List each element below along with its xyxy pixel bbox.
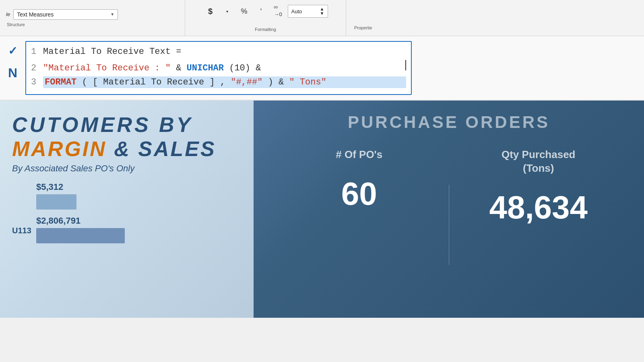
decimal-increase-icon: ⁰⁰→0 (274, 5, 282, 17)
formula-editor-area: ✓ N 1 Material To Receive Text = 2 "Mate… (0, 36, 644, 101)
line3-paren-open: ( (82, 77, 87, 87)
formatting-section-label: Formatting (193, 27, 338, 32)
po-columns: # Of PO's 60 Qty Purchased(Tons) 48,634 (270, 144, 628, 306)
bar1 (36, 194, 76, 210)
formula-confirm-button[interactable]: ✓ (8, 44, 17, 58)
dollar-dropdown-button[interactable]: ▾ (220, 4, 235, 19)
bar1-container (36, 194, 125, 210)
purchase-orders-title: PURCHASE ORDERS (270, 113, 628, 132)
formula-line-3-content: FORMAT ( [ Material To Receive ] , "#,##… (43, 76, 406, 88)
properties-section-label: Propertie (354, 25, 636, 30)
bar1-value: $5,312 (36, 182, 125, 192)
formula-cancel-button[interactable]: N (8, 66, 17, 80)
format-buttons-group: $ ▾ % ' ⁰⁰→0 Auto ▲▼ (193, 4, 338, 19)
line3-material-text: Material To Receive (103, 77, 204, 87)
percent-format-button[interactable]: % (237, 4, 252, 19)
dollar-icon: $ (208, 7, 213, 16)
toolbar-right-section: Propertie (346, 0, 644, 36)
line3-tons-string: " Tons" (289, 77, 326, 87)
auto-format-arrows-icon: ▲▼ (320, 7, 324, 16)
po-col1-value: 60 (341, 178, 377, 210)
customers-title-line2: MARGIN & SALES (12, 137, 242, 161)
dollar-format-button[interactable]: $ (203, 4, 218, 19)
formula-line-3: 3 FORMAT ( [ Material To Receive ] , "#,… (31, 75, 406, 90)
line2-amp1: & (176, 63, 186, 73)
po-col2-label: Qty Purchased(Tons) (502, 148, 576, 175)
dropdown-arrow-icon: ▼ (110, 12, 114, 16)
structure-dropdown-container: le Text Measures ▼ (6, 9, 179, 20)
po-col-1: # Of PO's 60 (270, 144, 449, 214)
line3-comma: , (220, 77, 225, 87)
bar2 (36, 228, 125, 243)
bar2-value: $2,806,791 (36, 216, 125, 226)
chart-bars: $5,312 $2,806,791 (36, 182, 125, 243)
dropdown-selected-value: Text Measures (17, 11, 54, 18)
percent-icon: % (241, 7, 247, 16)
line3-paren-close: ) (268, 77, 273, 87)
line-number-2: 2 (31, 63, 43, 73)
line3-format-func: FORMAT (45, 77, 76, 87)
purchase-orders-panel: PURCHASE ORDERS # Of PO's 60 Qty Purchas… (254, 101, 644, 318)
auto-format-value: Auto (291, 8, 302, 14)
line3-amp2: & (279, 77, 289, 87)
line2-string1: "Material To Receive : " (43, 63, 171, 73)
line1-text: Material To Receive Text = (43, 47, 181, 57)
formula-editor-box[interactable]: 1 Material To Receive Text = 2 "Material… (25, 41, 412, 95)
line2-unichar: UNICHAR (187, 63, 224, 73)
decimal-increase-button[interactable]: ⁰⁰→0 (271, 4, 285, 19)
structure-section-label: Structure (6, 22, 179, 27)
formula-controls: ✓ N (0, 41, 25, 95)
toolbar: le Text Measures ▼ Structure $ ▾ % ' ⁰⁰→… (0, 0, 644, 36)
line3-bracket-open: [ (93, 77, 98, 87)
chevron-down-icon: ▾ (226, 9, 228, 14)
text-measures-dropdown[interactable]: Text Measures ▼ (13, 9, 118, 20)
toolbar-middle-section: $ ▾ % ' ⁰⁰→0 Auto ▲▼ Formatting (185, 0, 346, 36)
comma-format-button[interactable]: ' (254, 4, 268, 19)
auto-format-dropdown[interactable]: Auto ▲▼ (288, 5, 328, 18)
and-sales-word: & SALES (114, 137, 216, 160)
line2-paren: (10) & (229, 63, 261, 73)
margin-word: MARGIN (12, 137, 107, 160)
line-number-3: 3 (31, 77, 43, 87)
formula-line-1-content: Material To Receive Text = (43, 47, 406, 57)
line3-bracket-close: ] (209, 77, 215, 87)
po-col-2: Qty Purchased(Tons) 48,634 (449, 144, 628, 228)
comma-icon: ' (260, 7, 262, 16)
dashboard: CUTOMERS BY MARGIN & SALES By Associated… (0, 101, 644, 318)
line-number-1: 1 (31, 47, 43, 57)
line3-format-string: "#,##" (231, 77, 262, 87)
customers-subtitle: By Associated Sales PO's Only (12, 163, 242, 174)
cursor-icon (405, 60, 406, 70)
po-col2-label-text: Qty Purchased(Tons) (502, 148, 576, 174)
customers-panel: CUTOMERS BY MARGIN & SALES By Associated… (0, 101, 254, 318)
chart-area: U113 $5,312 $2,806,791 (12, 182, 242, 243)
customers-title-line1: CUTOMERS BY (12, 113, 242, 137)
formula-line-2: 2 "Material To Receive : " & UNICHAR (10… (31, 58, 406, 75)
po-col2-value: 48,634 (489, 191, 588, 224)
toolbar-left-section: le Text Measures ▼ Structure (0, 0, 185, 36)
formula-line-2-content: "Material To Receive : " & UNICHAR (10) … (43, 63, 404, 73)
formula-line-1: 1 Material To Receive Text = (31, 45, 406, 58)
dropdown-prefix-label: le (6, 11, 10, 17)
bar2-container (36, 228, 125, 243)
po-col1-label: # Of PO's (336, 148, 382, 162)
chart-row-label: U113 (12, 226, 31, 235)
